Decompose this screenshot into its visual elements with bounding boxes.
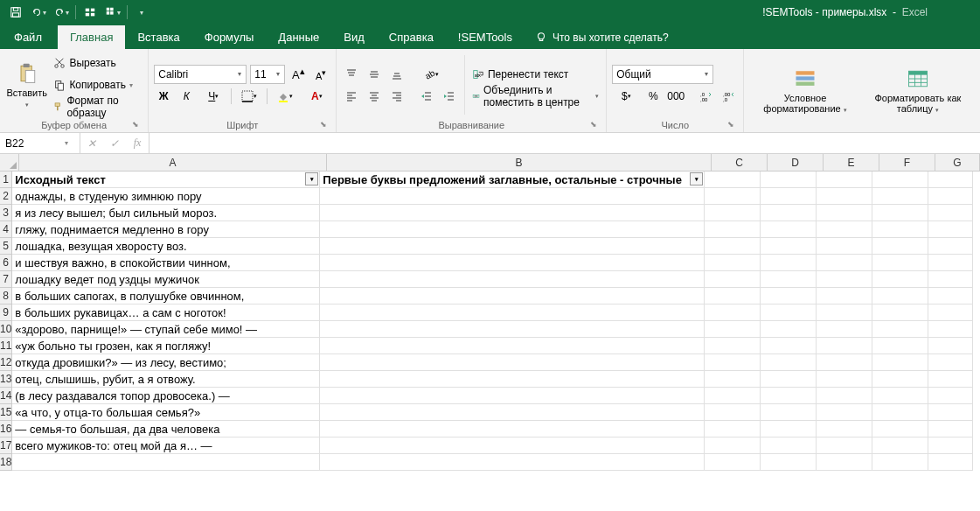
cell[interactable]: всего мужиков-то: отец мой да я… —: [12, 438, 320, 454]
cell[interactable]: [817, 188, 872, 205]
format-painter-button[interactable]: Формат по образцу: [52, 97, 142, 116]
cell[interactable]: [320, 404, 705, 421]
cell[interactable]: [872, 321, 928, 338]
cell[interactable]: откуда дровишки?» — из лесу, вестимо;: [12, 354, 320, 371]
font-name-combo[interactable]: ▾: [154, 65, 247, 84]
row-header[interactable]: 4: [0, 221, 12, 238]
cell[interactable]: [928, 172, 973, 188]
cell[interactable]: [928, 388, 973, 404]
cell[interactable]: [872, 172, 928, 188]
tab-semtools[interactable]: !SEMTools: [446, 25, 525, 49]
cell[interactable]: [320, 238, 705, 255]
cell[interactable]: [872, 205, 928, 221]
cell[interactable]: [761, 221, 817, 238]
cell[interactable]: [761, 354, 817, 371]
cell[interactable]: [928, 188, 973, 205]
cell[interactable]: Исходный текст▾: [12, 172, 320, 188]
cell[interactable]: [872, 271, 928, 288]
cell[interactable]: [817, 321, 872, 338]
cell[interactable]: [761, 172, 817, 188]
row-header[interactable]: 18: [0, 454, 12, 471]
select-all-corner[interactable]: [0, 154, 19, 172]
name-box[interactable]: ▾: [0, 133, 80, 153]
tab-data[interactable]: Данные: [266, 25, 331, 49]
cell[interactable]: [705, 354, 761, 371]
row-header[interactable]: 8: [0, 288, 12, 304]
align-launcher-icon[interactable]: ⬊: [588, 120, 599, 130]
cell[interactable]: [817, 221, 872, 238]
cell[interactable]: [761, 288, 817, 304]
cell[interactable]: [320, 304, 705, 321]
wrap-text-button[interactable]: abПеренести текст: [470, 65, 601, 84]
cell[interactable]: «а что, у отца-то большая семья?»: [12, 404, 320, 421]
cell[interactable]: [761, 438, 817, 454]
cell[interactable]: [761, 205, 817, 221]
cell[interactable]: [817, 172, 872, 188]
cell[interactable]: я из лесу вышел; был сильный мороз.: [12, 205, 320, 221]
column-header[interactable]: F: [879, 154, 935, 172]
tab-file[interactable]: Файл: [3, 25, 58, 49]
cell[interactable]: [928, 271, 973, 288]
column-header[interactable]: G: [935, 154, 980, 172]
cell[interactable]: [928, 371, 973, 388]
cell[interactable]: [320, 321, 705, 338]
cell[interactable]: [320, 438, 705, 454]
bold-button[interactable]: Ж: [154, 87, 173, 106]
row-header[interactable]: 9: [0, 304, 12, 321]
cell[interactable]: отец, слышишь, рубит, а я отвожу.: [12, 371, 320, 388]
cell[interactable]: [761, 421, 817, 438]
cell[interactable]: и шествуя важно, в спокойствии чинном,: [12, 255, 320, 271]
addin2-icon[interactable]: ▾: [102, 3, 123, 22]
number-format-combo[interactable]: ▾: [612, 65, 713, 84]
name-box-dropdown-icon[interactable]: ▾: [61, 139, 72, 147]
cell[interactable]: [705, 238, 761, 255]
row-header[interactable]: 5: [0, 238, 12, 255]
row-header[interactable]: 12: [0, 354, 12, 371]
font-launcher-icon[interactable]: ⬊: [318, 120, 329, 130]
cell[interactable]: [817, 205, 872, 221]
cell[interactable]: [928, 288, 973, 304]
increase-indent-icon[interactable]: [440, 87, 459, 106]
cell[interactable]: [928, 354, 973, 371]
align-top-icon[interactable]: [342, 65, 361, 84]
row-header[interactable]: 2: [0, 188, 12, 205]
cell[interactable]: [817, 271, 872, 288]
cell[interactable]: [928, 255, 973, 271]
decrease-font-icon[interactable]: A▾: [311, 65, 330, 84]
cell[interactable]: [817, 338, 872, 354]
clipboard-launcher-icon[interactable]: ⬊: [130, 120, 141, 130]
cell[interactable]: однажды, в студеную зимнюю пору: [12, 188, 320, 205]
cell[interactable]: [761, 388, 817, 404]
cell[interactable]: Первые буквы предложений заглавные, оста…: [320, 172, 705, 188]
row-header[interactable]: 16: [0, 421, 12, 438]
cell[interactable]: [928, 338, 973, 354]
tab-insert[interactable]: Вставка: [125, 25, 191, 49]
formula-input[interactable]: [149, 133, 980, 153]
cell[interactable]: [928, 304, 973, 321]
cell[interactable]: [761, 271, 817, 288]
column-header[interactable]: C: [712, 154, 768, 172]
cell[interactable]: [817, 304, 872, 321]
cell[interactable]: [872, 238, 928, 255]
cell[interactable]: [705, 255, 761, 271]
cell[interactable]: [872, 371, 928, 388]
cell[interactable]: [872, 188, 928, 205]
row-header[interactable]: 15: [0, 404, 12, 421]
row-header[interactable]: 6: [0, 255, 12, 271]
cell[interactable]: [705, 388, 761, 404]
row-header[interactable]: 7: [0, 271, 12, 288]
row-header[interactable]: 14: [0, 388, 12, 404]
cell[interactable]: [817, 371, 872, 388]
cell[interactable]: [705, 421, 761, 438]
cell[interactable]: [320, 205, 705, 221]
cell[interactable]: [761, 255, 817, 271]
tab-formulas[interactable]: Формулы: [192, 25, 267, 49]
accounting-format-icon[interactable]: $▾: [612, 87, 640, 106]
column-header[interactable]: E: [824, 154, 879, 172]
underline-button[interactable]: Ч ▾: [199, 87, 227, 106]
cell[interactable]: [705, 188, 761, 205]
percent-format-icon[interactable]: %: [643, 87, 663, 106]
tab-view[interactable]: Вид: [331, 25, 377, 49]
cell[interactable]: [872, 454, 928, 471]
paste-button[interactable]: Вставить▾: [5, 52, 48, 118]
